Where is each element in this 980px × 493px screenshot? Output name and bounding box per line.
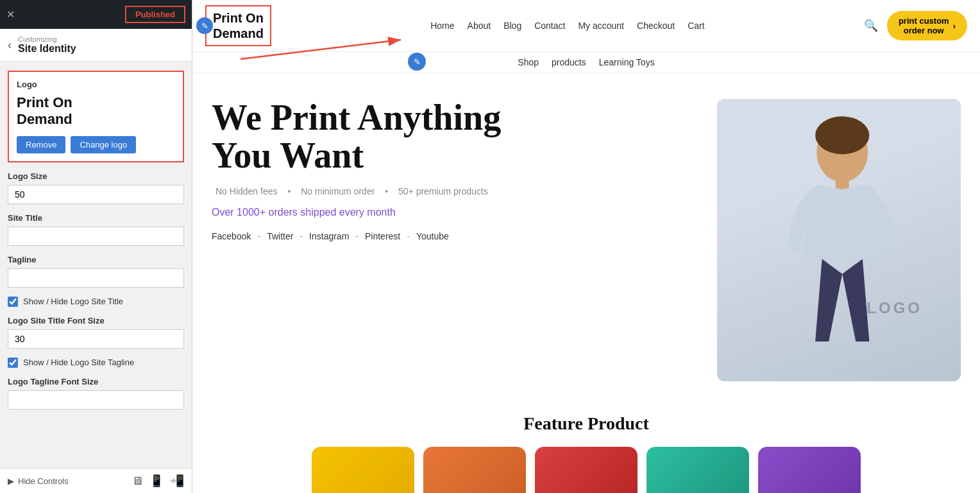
hero-title-line1: We Print Anything xyxy=(212,98,501,137)
social-facebook[interactable]: Facebook xyxy=(212,231,251,241)
search-button[interactable]: 🔍 xyxy=(864,19,878,33)
site-logo-box: Print On Demand xyxy=(205,5,271,46)
hide-controls-button[interactable]: ▶ Hide Controls xyxy=(8,476,69,486)
panel-header-text: Customizing Site Identity xyxy=(18,35,76,55)
main-content: We Print Anything You Want No Hidden fee… xyxy=(192,73,980,401)
social-pinterest[interactable]: Pinterest xyxy=(365,231,400,241)
social-sep-1: - xyxy=(257,231,260,241)
cta-arrow: › xyxy=(953,21,956,31)
hero-left: We Print Anything You Want No Hidden fee… xyxy=(212,99,691,241)
show-hide-logo-title-label: Show / Hide Logo Site Title xyxy=(23,297,123,306)
feature-products xyxy=(212,447,961,493)
logo-title-font-size-label: Logo Site Title Font Size xyxy=(8,316,184,325)
logo-size-input[interactable] xyxy=(8,185,184,204)
desktop-icon[interactable]: 🖥 xyxy=(131,474,143,488)
cta-text: print custom order now xyxy=(899,16,949,35)
logo-edit-circle[interactable]: ✎ xyxy=(196,17,213,34)
subtitle-sep-2: • xyxy=(385,186,391,196)
product-card-4[interactable] xyxy=(646,447,749,493)
subtitle-sep-1: • xyxy=(287,186,293,196)
logo-title-font-size-input[interactable] xyxy=(8,329,184,349)
show-hide-logo-title-checkbox[interactable] xyxy=(8,297,18,307)
hero-image-inner: LOGO xyxy=(717,99,961,381)
nav-checkout[interactable]: Checkout xyxy=(637,21,675,31)
nav-right: 🔍 print custom order now › xyxy=(864,11,967,40)
site-header-container: ✎ Print On Demand Home About Blog Contac… xyxy=(192,0,980,73)
logo-watermark: LOGO xyxy=(866,299,922,317)
site-header: ✎ Print On Demand Home About Blog Contac… xyxy=(192,0,980,52)
logo-size-group: Logo Size xyxy=(8,171,184,204)
logo-tagline-font-size-input[interactable] xyxy=(8,390,184,410)
logo-text-display: Print On Demand xyxy=(17,94,175,128)
hero-title: We Print Anything You Want xyxy=(212,99,691,175)
product-card-1[interactable] xyxy=(312,447,414,493)
social-sep-3: - xyxy=(355,231,359,241)
feature-title: Feature Product xyxy=(212,413,961,434)
svg-point-3 xyxy=(815,116,869,154)
social-sep-4: - xyxy=(407,231,410,241)
secondary-nav: Shop products Learning Toys xyxy=(192,52,980,73)
social-sep-2: - xyxy=(300,231,303,241)
published-button[interactable]: Published xyxy=(125,6,185,23)
tagline-label: Tagline xyxy=(8,255,184,264)
customizing-label: Customizing xyxy=(18,35,76,43)
back-arrow-icon[interactable]: ‹ xyxy=(8,39,12,52)
cta-button[interactable]: print custom order now › xyxy=(887,11,967,40)
product-card-5[interactable] xyxy=(758,447,861,493)
mobile-icon[interactable]: 📲 xyxy=(170,474,184,488)
nav-blog[interactable]: Blog xyxy=(503,21,521,31)
site-title-input[interactable] xyxy=(8,227,184,246)
remove-logo-button[interactable]: Remove xyxy=(17,136,65,153)
site-logo-line2: Demand xyxy=(213,26,264,40)
nav-my-account[interactable]: My account xyxy=(578,21,624,31)
site-preview: ✎ Print On Demand Home About Blog Contac… xyxy=(192,0,980,493)
site-logo-area: ✎ Print On Demand xyxy=(205,0,271,51)
cta-line2: order now xyxy=(904,26,944,35)
change-logo-button[interactable]: Change logo xyxy=(71,136,136,153)
nav-cart[interactable]: Cart xyxy=(688,21,704,31)
tagline-input[interactable] xyxy=(8,268,184,288)
panel-footer: ▶ Hide Controls 🖥 📱 📲 xyxy=(0,468,192,493)
arrow-edit-circle[interactable]: ✎ xyxy=(408,53,426,71)
nav-learning-toys[interactable]: Learning Toys xyxy=(599,57,655,67)
social-links: Facebook - Twitter - Instagram - Pintere… xyxy=(212,231,691,241)
hero-image: LOGO xyxy=(717,99,961,381)
product-card-2[interactable] xyxy=(423,447,526,493)
section-title: Site Identity xyxy=(18,43,76,55)
panel-body: Logo Print On Demand Remove Change logo … xyxy=(0,62,192,468)
close-button[interactable]: ✕ xyxy=(6,8,15,21)
primary-nav: Home About Blog Contact My account Check… xyxy=(430,21,704,31)
site-logo-line1: Print On xyxy=(213,11,264,25)
logo-title-font-size-group: Logo Site Title Font Size xyxy=(8,316,184,349)
product-card-3[interactable] xyxy=(535,447,638,493)
hero-link[interactable]: Over 1000+ orders shipped every month xyxy=(212,207,691,218)
customizer-topbar: ✕ Published xyxy=(0,0,192,29)
subtitle-item-1: No Hidden fees xyxy=(215,186,278,196)
site-title-label: Site Title xyxy=(8,213,184,223)
tagline-group: Tagline xyxy=(8,255,184,288)
site-title-group: Site Title xyxy=(8,213,184,246)
logo-line2: Demand xyxy=(17,111,72,127)
logo-section: Logo Print On Demand Remove Change logo xyxy=(8,71,184,162)
logo-tagline-font-size-group: Logo Tagline Font Size xyxy=(8,377,184,410)
social-twitter[interactable]: Twitter xyxy=(267,231,293,241)
cta-line1: print custom xyxy=(899,16,949,26)
nav-shop[interactable]: Shop xyxy=(518,57,539,67)
customizer-panel: ✕ Published ‹ Customizing Site Identity … xyxy=(0,0,192,493)
nav-products[interactable]: products xyxy=(552,57,586,67)
play-icon: ▶ xyxy=(8,476,14,486)
nav-contact[interactable]: Contact xyxy=(534,21,565,31)
show-hide-logo-tagline-checkbox[interactable] xyxy=(8,358,18,368)
nav-home[interactable]: Home xyxy=(430,21,454,31)
subtitle-item-3: 50+ premium products xyxy=(398,186,488,196)
show-hide-logo-title-row: Show / Hide Logo Site Title xyxy=(8,297,184,307)
feature-section: Feature Product xyxy=(192,401,980,493)
logo-section-label: Logo xyxy=(17,80,175,89)
tablet-icon[interactable]: 📱 xyxy=(149,474,164,488)
show-hide-logo-tagline-row: Show / Hide Logo Site Tagline xyxy=(8,358,184,368)
social-instagram[interactable]: Instagram xyxy=(309,231,349,241)
nav-about[interactable]: About xyxy=(468,21,491,31)
hide-controls-label: Hide Controls xyxy=(18,476,69,486)
social-youtube[interactable]: Youtube xyxy=(416,231,449,241)
logo-size-label: Logo Size xyxy=(8,171,184,181)
